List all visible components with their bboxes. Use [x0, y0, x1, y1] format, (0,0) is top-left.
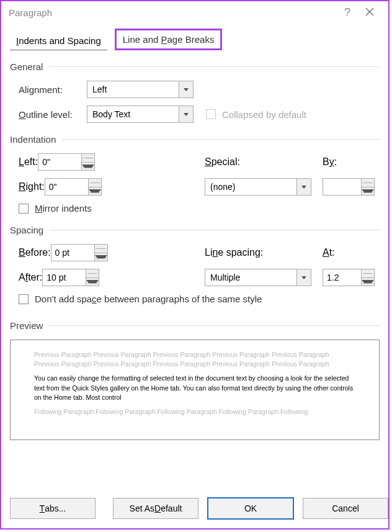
alignment-combo[interactable]: Left	[87, 81, 194, 98]
down-arrow-icon[interactable]	[89, 187, 101, 196]
outline-level-combo[interactable]: Body Text	[87, 106, 194, 123]
before-label: Before:	[19, 247, 51, 258]
chevron-down-icon[interactable]	[179, 81, 193, 97]
mirror-indents-checkbox[interactable]	[19, 204, 29, 214]
section-general-header: General	[10, 61, 380, 72]
ok-button[interactable]: OK	[207, 497, 294, 520]
cancel-button[interactable]: Cancel	[303, 498, 388, 519]
chevron-down-icon[interactable]	[296, 269, 311, 286]
no-add-space-checkbox[interactable]	[19, 294, 29, 304]
collapsed-checkbox	[206, 109, 216, 119]
special-label: Special:	[205, 156, 323, 168]
titlebar: Paragraph ?	[1, 1, 388, 24]
at-label: At:	[323, 247, 378, 258]
preview-box: Previous Paragraph Previous Paragraph Pr…	[10, 340, 380, 440]
section-indentation-header: Indentation	[10, 134, 380, 145]
indent-right-label: Right:	[19, 181, 45, 192]
down-arrow-icon[interactable]	[362, 278, 374, 286]
help-icon[interactable]: ?	[336, 6, 359, 19]
up-arrow-icon[interactable]	[82, 154, 94, 163]
preview-sample-text: You can easily change the formatting of …	[34, 374, 355, 402]
preview-following-text: Following Paragraph Following Paragraph …	[34, 407, 355, 417]
collapsed-label: Collapsed by default	[222, 109, 306, 120]
after-spinner[interactable]: 10 pt	[42, 269, 99, 286]
after-label: After:	[19, 272, 42, 283]
chevron-down-icon[interactable]	[296, 179, 311, 195]
no-add-space-label: Don't add space between paragraphs of th…	[35, 294, 262, 304]
line-spacing-combo[interactable]: Multiple	[205, 269, 311, 286]
paragraph-dialog: Paragraph ? Indents and Spacing Line and…	[0, 0, 390, 530]
down-arrow-icon[interactable]	[362, 187, 374, 196]
indent-left-spinner[interactable]: 0"	[38, 153, 95, 171]
special-combo[interactable]: (none)	[205, 178, 311, 196]
alignment-label: Alignment:	[19, 84, 87, 95]
up-arrow-icon[interactable]	[95, 245, 107, 253]
by-label: By:	[323, 156, 378, 168]
up-arrow-icon[interactable]	[362, 269, 374, 278]
tab-line-page-breaks[interactable]: Line and Page Breaks	[115, 29, 223, 50]
up-arrow-icon[interactable]	[362, 179, 374, 187]
section-preview-header: Preview	[10, 320, 380, 331]
button-row: Tabs... Set As Default OK Cancel	[10, 497, 380, 520]
down-arrow-icon[interactable]	[95, 253, 107, 261]
preview-previous-text: Previous Paragraph Previous Paragraph Pr…	[34, 350, 355, 369]
section-spacing-header: Spacing	[10, 225, 380, 235]
dialog-title: Paragraph	[9, 7, 52, 18]
line-spacing-label: Line spacing:	[205, 247, 323, 258]
outline-level-label: Outline level:	[19, 109, 87, 120]
down-arrow-icon[interactable]	[82, 163, 94, 171]
close-icon[interactable]	[359, 6, 381, 19]
tab-strip: Indents and Spacing Line and Page Breaks	[10, 29, 380, 50]
tabs-button[interactable]: Tabs...	[10, 498, 96, 519]
before-spinner[interactable]: 0 pt	[51, 244, 108, 261]
indent-right-spinner[interactable]: 0"	[45, 178, 102, 196]
up-arrow-icon[interactable]	[89, 179, 101, 187]
by-spinner[interactable]	[323, 178, 375, 196]
tab-indents-spacing[interactable]: Indents and Spacing	[10, 32, 107, 50]
mirror-indents-label: Mirror indents	[35, 203, 92, 214]
down-arrow-icon[interactable]	[86, 278, 99, 286]
indent-left-label: Left:	[19, 156, 38, 168]
up-arrow-icon[interactable]	[86, 269, 99, 278]
at-spinner[interactable]: 1.2	[323, 269, 375, 286]
chevron-down-icon[interactable]	[179, 106, 193, 122]
set-as-default-button[interactable]: Set As Default	[113, 498, 198, 519]
